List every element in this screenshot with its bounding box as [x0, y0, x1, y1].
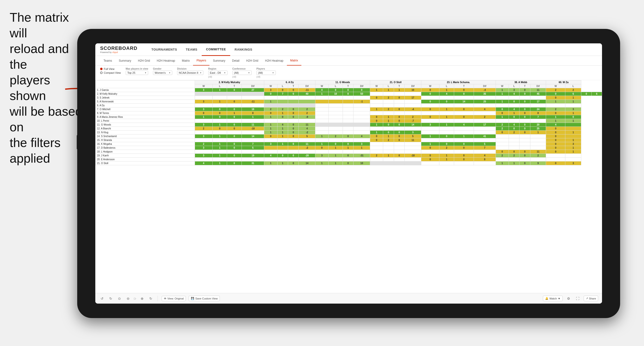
save-custom-view-button[interactable]: 💾 Save Custom View	[189, 296, 220, 301]
conference-select[interactable]: (All) ▼	[232, 71, 252, 75]
matrix-cell	[509, 138, 519, 142]
matrix-cell: 1	[212, 123, 227, 127]
matrix-cell: 4	[439, 92, 454, 96]
matrix-cell: 3	[264, 88, 277, 92]
sub-nav-h2h-heatmap2[interactable]: H2H Heatmap	[262, 56, 287, 66]
redo-button[interactable]: ↻	[108, 296, 114, 301]
sub-nav-matrix[interactable]: Matrix	[178, 56, 193, 66]
matrix-cell: 3	[195, 88, 212, 92]
nav-teams[interactable]: TEAMS	[182, 43, 202, 56]
matrix-cell: 20	[530, 123, 546, 127]
sub-nav-matrix2[interactable]: Matrix	[287, 56, 302, 66]
matrix-cell: 0	[520, 92, 530, 96]
nav-rankings[interactable]: RANKINGS	[230, 43, 256, 56]
matrix-cell: 1	[394, 88, 404, 92]
nav-tournaments[interactable]: TOURNAMENTS	[147, 43, 181, 56]
sub-nav-h2h-heatmap[interactable]: H2H Heatmap	[154, 56, 178, 66]
row-header-label: 8. M Torres	[96, 111, 195, 115]
matrix-cell	[343, 123, 353, 127]
matrix-cell	[299, 158, 315, 162]
settings-button[interactable]: ⚙	[566, 296, 572, 301]
matrix-cell: 7	[474, 146, 496, 150]
zoom-in-button[interactable]: ⊕	[139, 296, 145, 301]
matrix-cell	[439, 131, 454, 135]
matrix-cell	[343, 158, 353, 162]
region-select[interactable]: East - DII ▼	[208, 71, 228, 75]
sub-nav-teams[interactable]: Teams	[100, 56, 115, 66]
full-view-radio[interactable]	[100, 68, 102, 70]
players-select[interactable]: (All) ▼	[256, 71, 276, 75]
matrix-cell: 0	[394, 123, 404, 127]
division-select[interactable]: NCAA Division II ▼	[177, 71, 204, 75]
matrix-cell: 0	[546, 150, 565, 154]
top-navigation: SCOREBOARD Powered by clippd TOURNAMENTS…	[95, 43, 602, 56]
sub-nav-players[interactable]: Players	[193, 56, 210, 66]
nav-committee[interactable]: COMMITTEE	[202, 43, 230, 56]
sub-nav-h2h-grid2[interactable]: H2H Grid	[243, 56, 262, 66]
matrix-cell	[383, 162, 394, 165]
region-filter: Region East - DII ▼ (All)	[208, 67, 228, 78]
undo-button[interactable]: ↺	[99, 296, 105, 301]
matrix-cell: 1	[530, 131, 546, 135]
matrix-cell: 0	[520, 107, 530, 111]
matrix-cell	[509, 158, 519, 162]
sub-nav-detail[interactable]: Detail	[229, 56, 243, 66]
view-options: Full View Compact View	[100, 67, 121, 74]
full-view-option[interactable]: Full View	[100, 67, 121, 70]
matrix-cell	[520, 138, 530, 142]
sub-nav-summary[interactable]: Summary	[115, 56, 134, 66]
share-button[interactable]: ↗ Share	[584, 296, 598, 301]
compact-view-radio[interactable]	[100, 72, 102, 74]
sub-nav-summary2[interactable]: Summary	[210, 56, 228, 66]
gender-select[interactable]: Women's ▼	[153, 71, 172, 75]
matrix-cell: 0	[288, 92, 299, 96]
max-players-select[interactable]: Top 25 ▼	[126, 71, 148, 75]
matrix-cell: 0	[328, 142, 343, 146]
refresh-button[interactable]: ↻	[148, 296, 154, 301]
sub-h-w7: W	[546, 84, 565, 88]
matrix-cell: 0	[370, 119, 383, 123]
expand-button[interactable]: ⛶	[574, 296, 581, 301]
matrix-cell: 0	[227, 100, 242, 104]
matrix-cell: 0	[454, 92, 474, 96]
matrix-cell	[474, 96, 496, 100]
sub-h-l5: L	[439, 84, 454, 88]
zoom-out-button[interactable]: ⊖	[125, 296, 131, 301]
sub-h-w4: W	[370, 84, 383, 88]
matrix-container[interactable]: 2. M Kelly Mulcahy 6. A Dy 11. G Woods 2…	[95, 80, 602, 293]
matrix-cell: 0	[439, 100, 454, 104]
watch-button[interactable]: 🔔 Watch ▼	[543, 296, 563, 301]
matrix-cell: 3	[565, 107, 581, 111]
matrix-cell: 2	[383, 107, 394, 111]
matrix-cell	[195, 92, 212, 96]
matrix-cell: 2	[509, 154, 519, 158]
matrix-cell: 2	[383, 96, 394, 100]
matrix-cell	[530, 158, 546, 162]
matrix-cell: 0	[370, 135, 383, 138]
zoom-level: □·	[134, 297, 136, 300]
matrix-cell	[343, 127, 353, 131]
matrix-cell	[328, 158, 343, 162]
matrix-cell: 1	[328, 154, 343, 158]
matrix-cell: 0	[227, 88, 242, 92]
matrix-cell: 1	[439, 123, 454, 127]
main-content: 2. M Kelly Mulcahy 6. A Dy 11. G Woods 2…	[95, 80, 602, 293]
matrix-cell	[405, 104, 421, 107]
matrix-cell	[343, 138, 353, 142]
matrix-cell: 0	[354, 88, 370, 92]
matrix-cell: 0	[546, 162, 565, 165]
matrix-cell: 0	[212, 127, 227, 131]
sub-nav-h2h-grid[interactable]: H2H Grid	[135, 56, 154, 66]
matrix-cell: 0	[343, 154, 353, 158]
matrix-cell	[370, 150, 383, 154]
compact-view-option[interactable]: Compact View	[100, 71, 121, 74]
row-header-label: 10. L Perini	[96, 119, 195, 123]
matrix-cell: 1	[315, 92, 328, 96]
view-original-button[interactable]: 👁 View: Original	[162, 296, 186, 301]
zoom-fit-button[interactable]: ⊙	[116, 296, 122, 301]
matrix-cell	[264, 96, 277, 100]
matrix-cell	[315, 138, 328, 142]
matrix-cell	[288, 158, 299, 162]
matrix-cell: 1	[565, 119, 581, 123]
matrix-cell: 1	[212, 88, 227, 92]
